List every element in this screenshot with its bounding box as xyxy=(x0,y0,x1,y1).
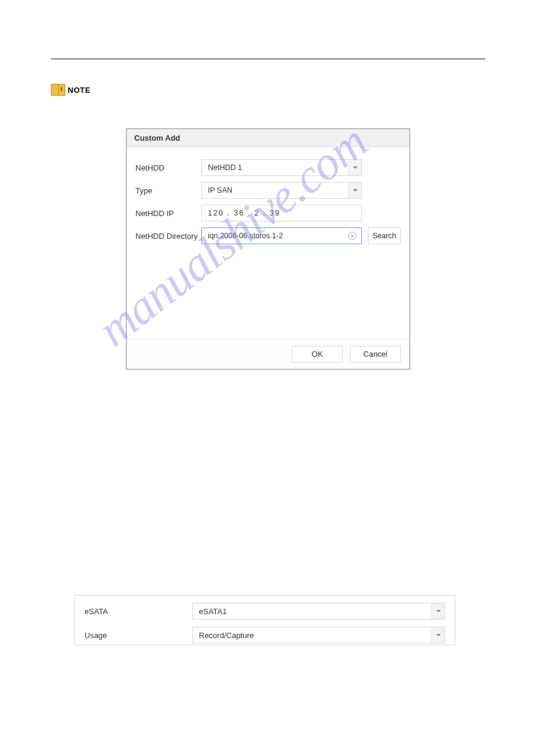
row-esata: eSATA eSATA1 xyxy=(84,603,445,620)
dialog-footer: OK Cancel xyxy=(127,339,409,369)
chevron-down-icon xyxy=(431,603,445,619)
select-esata-value: eSATA1 xyxy=(199,607,226,616)
note-callout: NOTE xyxy=(51,84,90,96)
chevron-down-icon xyxy=(348,183,361,198)
label-ip: NetHDD IP xyxy=(135,209,201,218)
row-nethdd: NetHDD NetHDD 1 xyxy=(135,159,401,176)
input-ip-value: 120 . 36 . 2 . 39 xyxy=(208,209,280,217)
custom-add-dialog: Custom Add NetHDD NetHDD 1 Type IP SAN N… xyxy=(126,128,410,370)
select-nethdd[interactable]: NetHDD 1 xyxy=(201,159,362,176)
label-type: Type xyxy=(135,186,201,195)
input-directory[interactable]: iqn.2008-06.storos.1-2 xyxy=(201,227,362,244)
chevron-down-icon xyxy=(431,627,445,643)
dialog-title: Custom Add xyxy=(127,129,409,147)
input-directory-value: iqn.2008-06.storos.1-2 xyxy=(208,232,283,240)
esata-panel: eSATA eSATA1 Usage Record/Capture xyxy=(74,595,455,645)
clear-icon[interactable] xyxy=(348,232,356,240)
select-usage-value: Record/Capture xyxy=(199,631,254,640)
row-ip: NetHDD IP 120 . 36 . 2 . 39 xyxy=(135,205,401,221)
select-type-value: IP SAN xyxy=(208,186,232,195)
input-ip[interactable]: 120 . 36 . 2 . 39 xyxy=(201,205,362,221)
cancel-button-label: Cancel xyxy=(363,350,387,359)
search-button[interactable]: Search xyxy=(368,227,401,244)
row-directory: NetHDD Directory iqn.2008-06.storos.1-2 … xyxy=(135,227,401,244)
label-nethdd: NetHDD xyxy=(135,163,201,172)
search-button-label: Search xyxy=(373,232,397,240)
label-esata: eSATA xyxy=(84,607,192,616)
chevron-down-icon xyxy=(348,160,361,175)
dialog-body: NetHDD NetHDD 1 Type IP SAN NetHDD IP 12… xyxy=(127,147,409,244)
row-usage: Usage Record/Capture xyxy=(84,627,445,643)
note-book-icon xyxy=(51,84,65,96)
label-directory: NetHDD Directory xyxy=(135,232,201,241)
note-label: NOTE xyxy=(68,86,90,95)
cancel-button[interactable]: Cancel xyxy=(350,346,401,363)
select-usage[interactable]: Record/Capture xyxy=(192,627,445,643)
select-nethdd-value: NetHDD 1 xyxy=(208,163,242,172)
ok-button[interactable]: OK xyxy=(292,346,343,363)
select-type[interactable]: IP SAN xyxy=(201,182,362,199)
ok-button-label: OK xyxy=(312,350,323,359)
select-esata[interactable]: eSATA1 xyxy=(192,603,445,620)
row-type: Type IP SAN xyxy=(135,182,401,199)
dialog-title-text: Custom Add xyxy=(134,133,180,142)
horizontal-rule xyxy=(51,59,485,59)
label-usage: Usage xyxy=(84,631,192,640)
